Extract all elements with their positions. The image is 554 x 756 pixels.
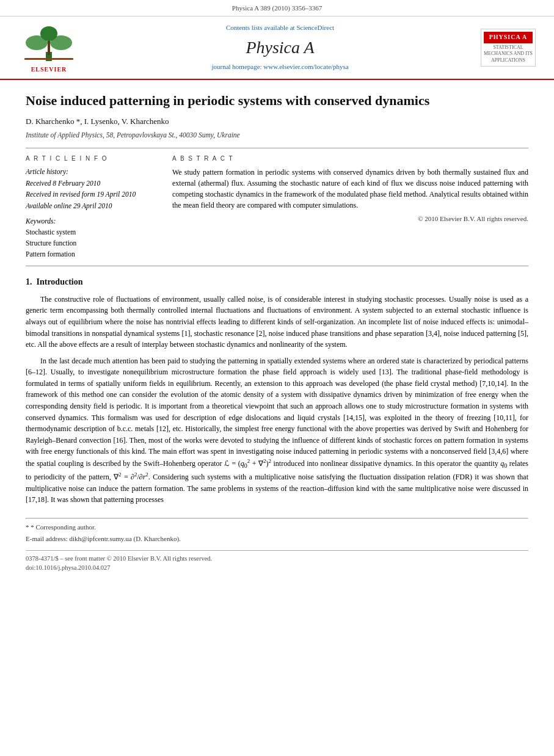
article-title: Noise induced patterning in periodic sys… [26,92,528,110]
citation-bar: Physica A 389 (2010) 3356–3367 [0,0,554,16]
available-date: Available online 29 April 2010 [26,201,160,211]
history-label: Article history: [26,167,160,177]
elsevier-text: ELSEVIER [31,65,67,75]
journal-center: Contents lists available at ScienceDirec… [86,23,475,72]
introduction-heading: 1. Introduction [26,276,528,288]
journal-header: ELSEVIER Contents lists available at Sci… [0,16,554,81]
keyword-3: Pattern formation [26,249,160,260]
main-content: Noise induced patterning in periodic sys… [0,80,554,584]
footnote-corresponding: * * Corresponding author. [26,523,528,532]
revised-date: Received in revised form 19 April 2010 [26,189,160,200]
footer-issn: 0378-4371/$ – see front matter © 2010 El… [26,554,212,572]
keywords-section: Keywords: Stochastic system Structure fu… [26,216,160,260]
intro-paragraph-2: In the last decade much attention has be… [26,355,528,506]
physica-box-label: PHYSICA A [484,32,533,43]
elsevier-tree-svg [21,21,76,64]
physica-sub-label: STATISTICAL MECHANICS AND ITS APPLICATIO… [484,45,533,64]
elsevier-logo-left: ELSEVIER [18,21,79,75]
footnote-corresponding-text: * Corresponding author. [31,523,96,531]
intro-paragraph-1: The constructive role of fluctuations of… [26,294,528,351]
article-affiliation: Institute of Applied Physics, 58, Petrop… [26,130,528,140]
article-history: Article history: Received 8 February 201… [26,167,160,211]
received-date: Received 8 February 2010 [26,178,160,189]
sciencedirect-link[interactable]: Contents lists available at ScienceDirec… [86,23,475,33]
intro-title: Introduction [37,277,83,286]
abstract-label: A B S T R A C T [172,154,528,164]
footnote-star: * [26,523,31,531]
keyword-2: Structure function [26,238,160,249]
divider-1 [26,148,528,148]
divider-2 [26,266,528,266]
intro-number: 1. [26,277,37,286]
keywords-label: Keywords: [26,216,160,227]
keyword-1: Stochastic system [26,227,160,238]
svg-point-4 [40,26,57,41]
abstract-text: We study pattern formation in periodic s… [172,167,528,211]
article-authors: D. Kharchenko *, I. Lysenko, V. Kharchen… [26,116,528,128]
homepage-link[interactable]: journal homepage: www.elsevier.com/locat… [86,62,475,72]
footer-bar: 0378-4371/$ – see front matter © 2010 El… [26,550,528,572]
footer-divider [26,518,528,519]
footnote-email-text: E-mail address: dikh@ipfcentr.sumy.ua (D… [26,535,181,542]
page: Physica A 389 (2010) 3356–3367 [0,0,554,756]
article-meta-section: A R T I C L E I N F O Article history: R… [26,154,528,260]
journal-name: Physica A [86,35,475,60]
citation-text: Physica A 389 (2010) 3356–3367 [232,4,322,12]
copyright-line: © 2010 Elsevier B.V. All rights reserved… [172,214,528,224]
footnote-email: E-mail address: dikh@ipfcentr.sumy.ua (D… [26,534,528,544]
svg-rect-5 [24,58,73,60]
article-info-column: A R T I C L E I N F O Article history: R… [26,154,160,260]
abstract-column: A B S T R A C T We study pattern formati… [172,154,528,260]
article-info-label: A R T I C L E I N F O [26,154,160,164]
journal-logo-right: PHYSICA A STATISTICAL MECHANICS AND ITS … [481,29,536,67]
